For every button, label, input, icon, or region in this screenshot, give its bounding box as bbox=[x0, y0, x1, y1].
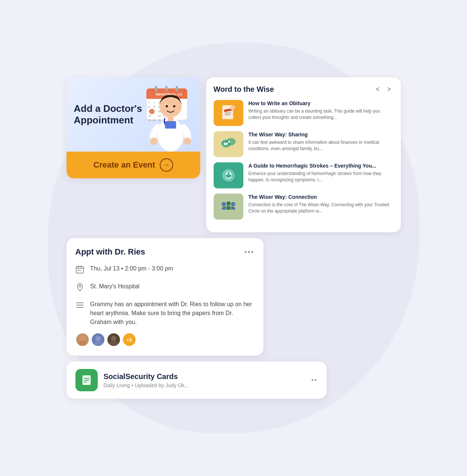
wise-nav: < > bbox=[373, 85, 393, 94]
article-thumbnail-3[interactable] bbox=[214, 162, 243, 188]
svg-point-46 bbox=[229, 173, 231, 175]
svg-point-45 bbox=[226, 173, 228, 175]
article-content-1: How to Write an Obituary Writing an obit… bbox=[249, 100, 393, 121]
article-desc-3: Enhance your understanding of hemorrhagi… bbox=[249, 171, 393, 183]
svg-point-39 bbox=[224, 143, 226, 145]
location-icon bbox=[75, 283, 85, 294]
svg-point-43 bbox=[223, 170, 234, 181]
svg-point-38 bbox=[226, 138, 236, 145]
article-title-1: How to Write an Obituary bbox=[249, 100, 393, 107]
wise-prev-button[interactable]: < bbox=[373, 85, 382, 94]
appointment-datetime: Thu, Jul 13 • 2:00 pm - 3:00 pm bbox=[90, 264, 173, 273]
wise-next-button[interactable]: > bbox=[385, 85, 393, 94]
article-item: The Wiser Way: Connection Connection is … bbox=[214, 194, 393, 220]
svg-rect-56 bbox=[80, 270, 81, 271]
create-event-label: Create an Event bbox=[93, 160, 155, 170]
appointment-avatars: +2 bbox=[75, 333, 254, 347]
appointment-notes: Grammy has an appointment with Dr. Ries … bbox=[90, 300, 254, 327]
appointment-title: Appt with Dr. Ries bbox=[75, 247, 145, 257]
avatar-3 bbox=[107, 333, 121, 347]
appointment-menu-dots[interactable]: ••• bbox=[244, 248, 254, 256]
svg-point-40 bbox=[226, 143, 228, 145]
top-row: Add a Doctor's Appointment bbox=[67, 77, 401, 232]
svg-rect-54 bbox=[81, 266, 82, 268]
document-icon bbox=[81, 375, 92, 386]
appointment-location-detail: St. Mary's Hospital bbox=[75, 282, 254, 294]
document-card: SocialSecurity Cards Daily Living • Uplo… bbox=[67, 362, 327, 399]
article-title-3: A Guide to Hemorrhagic Strokes – Everyth… bbox=[249, 162, 393, 169]
article-content-4: The Wiser Way: Connection Connection is … bbox=[249, 194, 393, 214]
appointment-card: Appt with Dr. Ries ••• bbox=[67, 238, 263, 356]
svg-point-62 bbox=[80, 336, 85, 341]
article-content-2: The Wiser Way: Sharing It can feel awkwa… bbox=[249, 131, 393, 152]
svg-point-57 bbox=[79, 285, 81, 287]
doctor-card-image: Add a Doctor's Appointment bbox=[67, 77, 200, 152]
content-area: Add a Doctor's Appointment bbox=[67, 77, 401, 399]
svg-point-63 bbox=[78, 340, 87, 346]
article-item: How to Write an Obituary Writing an obit… bbox=[214, 100, 393, 126]
document-menu-dots[interactable]: •• bbox=[311, 376, 318, 384]
wise-title: Word to the Wise bbox=[214, 85, 274, 94]
calendar-icon bbox=[75, 265, 85, 276]
appointment-notes-detail: Grammy has an appointment with Dr. Ries … bbox=[75, 300, 254, 327]
notes-icon bbox=[75, 301, 85, 312]
article-title-2: The Wiser Way: Sharing bbox=[249, 131, 393, 138]
article-desc-1: Writing an obituary can be a daunting ta… bbox=[249, 108, 393, 121]
avatar-2 bbox=[91, 333, 105, 347]
svg-point-26 bbox=[150, 137, 158, 145]
article-title-4: The Wiser Way: Connection bbox=[249, 194, 393, 200]
svg-point-67 bbox=[110, 340, 118, 346]
svg-rect-53 bbox=[78, 266, 79, 268]
document-icon-wrap bbox=[75, 369, 98, 391]
document-subtitle: Daily Living • Uploaded by Judy Ok... bbox=[104, 382, 305, 388]
appointment-date-detail: Thu, Jul 13 • 2:00 pm - 3:00 pm bbox=[75, 264, 254, 276]
appointment-location: St. Mary's Hospital bbox=[90, 282, 140, 291]
article-desc-2: It can feel awkward to share information… bbox=[249, 139, 393, 152]
doctor-appointment-card: Add a Doctor's Appointment bbox=[67, 77, 200, 178]
article-item: The Wiser Way: Sharing It can feel awkwa… bbox=[214, 131, 393, 157]
svg-point-64 bbox=[95, 336, 101, 341]
document-title: SocialSecurity Cards bbox=[104, 372, 305, 381]
middle-row: Appt with Dr. Ries ••• bbox=[67, 238, 401, 356]
document-info: SocialSecurity Cards Daily Living • Uplo… bbox=[104, 372, 305, 388]
svg-point-66 bbox=[111, 336, 116, 341]
arrow-circle-icon: → bbox=[160, 158, 173, 172]
article-thumbnail-4[interactable] bbox=[214, 194, 243, 220]
article-content-3: A Guide to Hemorrhagic Strokes – Everyth… bbox=[249, 162, 393, 183]
svg-point-49 bbox=[231, 202, 235, 207]
svg-point-48 bbox=[226, 201, 231, 206]
create-event-button[interactable]: Create an Event → bbox=[67, 152, 200, 178]
avatar-more-count: +2 bbox=[122, 333, 136, 347]
wise-header: Word to the Wise < > bbox=[214, 85, 393, 94]
avatar-1 bbox=[75, 333, 90, 347]
article-item: A Guide to Hemorrhagic Strokes – Everyth… bbox=[214, 162, 393, 188]
wise-card: Word to the Wise < > bbox=[206, 77, 401, 232]
appointment-header: Appt with Dr. Ries ••• bbox=[75, 247, 254, 257]
article-desc-4: Connection is the core of The Wiser Way.… bbox=[249, 202, 393, 214]
bottom-row: SocialSecurity Cards Daily Living • Uplo… bbox=[67, 362, 401, 399]
svg-point-27 bbox=[184, 137, 191, 145]
svg-rect-55 bbox=[78, 270, 79, 271]
svg-point-47 bbox=[221, 202, 226, 207]
svg-point-41 bbox=[228, 141, 230, 143]
article-thumbnail-2[interactable] bbox=[214, 131, 243, 157]
svg-point-65 bbox=[94, 340, 102, 346]
doctor-card-title: Add a Doctor's Appointment bbox=[74, 103, 193, 126]
article-thumbnail-1[interactable] bbox=[214, 100, 243, 126]
scene: Add a Doctor's Appointment bbox=[0, 0, 467, 476]
